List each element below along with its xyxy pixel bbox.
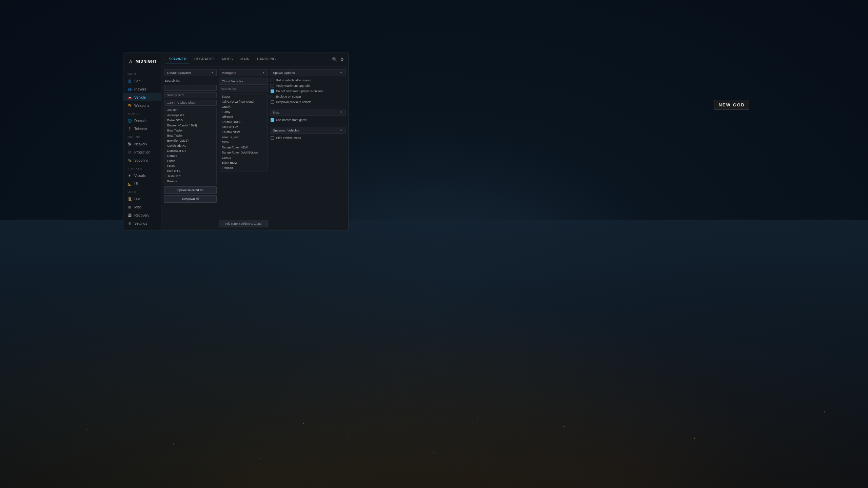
sidebar-item-weapons[interactable]: 🔫 Weapons [123, 101, 161, 109]
sidebar-item-settings[interactable]: ⚙ Settings [123, 219, 161, 227]
managers-header-arrow: ▼ [262, 71, 265, 74]
manager-vehicle-item[interactable]: Range Rover Debil Edition [219, 150, 268, 155]
manager-vehicle-item[interactable]: emerus_test [219, 135, 268, 140]
checkbox-no_despawn[interactable] [271, 89, 274, 93]
options-column: Spawn Options ▼ Get in vehicle after spa… [270, 69, 346, 227]
checkbox-apply_max_upgrade[interactable] [271, 84, 274, 87]
vehicle-icon: 🚗 [127, 95, 132, 99]
app-logo: △ MIDNIGHT [123, 56, 161, 70]
manager-vehicle-item[interactable]: Funny [219, 109, 268, 114]
spawner-vehicle-item[interactable]: Euros [164, 158, 216, 163]
spoofing-icon: 🎭 [127, 158, 132, 162]
sort-by-dlc-button[interactable]: Sort by DLC [164, 92, 217, 98]
players-icon: 👥 [127, 87, 132, 91]
sidebar-item-misc[interactable]: ⊞ Misc [123, 203, 161, 211]
spawner-vehicle-item[interactable]: Dominator GT [164, 148, 216, 153]
checkbox-explode_on_spawn[interactable] [271, 95, 274, 98]
despawn-all-button[interactable]: Despawn all [164, 195, 217, 203]
misc-header[interactable]: Misc ▼ [270, 109, 346, 116]
spawned-header[interactable]: Spawned Vehicles ▼ [270, 127, 346, 134]
manager-vehicle-item[interactable]: LAMBA NEW [219, 129, 268, 135]
spawner-vehicle-item[interactable]: Boat Trailer [164, 128, 216, 133]
section-label-misc: Misc [123, 188, 161, 195]
managers-vehicle-list[interactable]: SupraItali GTO v2 (new cloud)GELiKFunnyO… [219, 94, 268, 171]
sidebar-item-domain[interactable]: 🌐 Domain [123, 117, 161, 125]
tab-handling[interactable]: HANDLING [254, 56, 279, 63]
options-col-header[interactable]: Spawn Options ▼ [270, 69, 346, 76]
new-god-badge: NEW GOD [714, 100, 749, 110]
sidebar-item-lua[interactable]: 📜 Lua [123, 195, 161, 203]
spawner-search-input[interactable] [164, 85, 217, 91]
sidebar-item-self[interactable]: 👤 Self [123, 77, 161, 85]
search-icon[interactable]: 🔍 [332, 57, 337, 62]
option-row-apply_max_upgrade: Apply maximum upgrade [270, 83, 346, 88]
spawner-vehicle-item[interactable]: Benson (Cluckin' Bell) [164, 123, 216, 128]
section-label-world: World [123, 109, 161, 117]
option-row-no_despawn: Do not despawn if player is on seat [270, 88, 346, 94]
spawn-selected-button[interactable]: Spawn selected list [164, 186, 217, 194]
sidebar-item-visuals[interactable]: 👁 Visuals [123, 171, 161, 180]
spawned-checkbox-hide_mods[interactable] [271, 136, 274, 140]
settings-icon: ⚙ [127, 221, 132, 225]
sidebar-item-vehicle[interactable]: 🚗 Vehicle [123, 93, 161, 101]
spawner-vehicle-item[interactable]: Cavalcade XL [164, 143, 216, 148]
manager-vehicle-item[interactable]: Itali GTO v2 [219, 124, 268, 129]
manager-vehicle-item[interactable]: OffRoad [219, 114, 268, 119]
tab-spawner[interactable]: SPAWNER [165, 56, 190, 63]
option-label-get_in_vehicle: Get in vehicle after spawn [276, 79, 311, 82]
spawner-vehicle-item[interactable]: Baller ST-D [164, 118, 216, 123]
sidebar-item-spoofing[interactable]: 🎭 Spoofing [123, 156, 161, 164]
manager-vehicle-item[interactable]: LAMBA URUS [219, 119, 268, 124]
spawner-vehicle-item[interactable]: Aleutian [164, 107, 216, 113]
sidebar-item-recovery[interactable]: 💾 Recovery [123, 211, 161, 219]
spawner-vehicle-list[interactable]: AleutianAsterope GZBaller ST-DBenson (Cl… [164, 107, 217, 185]
misc-label: Misc [273, 110, 280, 114]
protection-icon: 🛡 [127, 150, 132, 154]
misc-checkbox-use_names[interactable] [271, 118, 274, 122]
sidebar-item-protection[interactable]: 🛡 Protection [123, 148, 161, 156]
spawner-vehicle-item[interactable]: Futo GTX [164, 168, 216, 174]
sidebar-label-self: Self [134, 79, 140, 83]
manager-vehicle-item[interactable]: Itali GTO v2 (new cloud) [219, 99, 268, 104]
spawner-vehicle-item[interactable]: Jester RR [164, 174, 216, 179]
manager-vehicle-item[interactable]: New OffRoad Shit [219, 170, 268, 171]
sidebar-item-players[interactable]: 👥 Players [123, 85, 161, 93]
spawner-vehicle-item[interactable]: Drift Tampa [164, 184, 216, 185]
managers-search-input[interactable] [219, 86, 268, 92]
manager-vehicle-item[interactable]: Lamba [219, 155, 268, 160]
spawner-vehicle-item[interactable]: Boxville (LSDS) [164, 138, 216, 143]
tab-main[interactable]: MAIN [237, 56, 253, 63]
sidebar-item-network[interactable]: 📡 Network [123, 140, 161, 148]
ui-icon: 📐 [127, 182, 132, 186]
panel-body: Default Spawner ▼ Search bar Sort by DLC… [161, 66, 348, 230]
sidebar-label-lua: Lua [134, 197, 140, 201]
cloud-vehicles-header: Cloud Vehicles [219, 78, 268, 85]
network-icon: 📡 [127, 142, 132, 146]
sidebar-label-weapons: Weapons [134, 103, 149, 107]
spawner-col-header[interactable]: Default Spawner ▼ [164, 69, 217, 76]
manager-vehicle-item[interactable]: Supra [219, 94, 268, 99]
checkbox-despawn_previous[interactable] [271, 100, 274, 104]
tab-mods[interactable]: MODS [219, 56, 236, 63]
weapons-icon: 🔫 [127, 103, 132, 107]
sidebar-item-teleport[interactable]: 📍 Teleport [123, 125, 161, 133]
manager-vehicle-item[interactable]: Black BMW [219, 160, 268, 165]
managers-col-header[interactable]: Managers ▼ [219, 69, 268, 76]
manager-vehicle-item[interactable]: FM8888 [219, 165, 268, 170]
misc-icon: ⊞ [127, 205, 132, 209]
spawner-vehicle-item[interactable]: Dorado [164, 153, 216, 158]
spawner-vehicle-item[interactable]: Boat Trailer [164, 133, 216, 138]
manager-vehicle-item[interactable]: Range Rover NEW [219, 145, 268, 150]
tab-upgrades[interactable]: UPGRADES [191, 56, 218, 63]
spawner-vehicle-item[interactable]: Remus [164, 179, 216, 184]
spawned-section: Spawned Vehicles ▼ Hide vehicle mods [270, 127, 346, 141]
checkbox-get_in_vehicle[interactable] [271, 79, 274, 82]
manager-vehicle-item[interactable]: GELiK [219, 104, 268, 109]
add-cloud-button[interactable]: Add current vehicle to Cloud [219, 220, 268, 227]
spawner-vehicle-item[interactable]: FR36 [164, 163, 216, 168]
manager-vehicle-item[interactable]: BMW [219, 140, 268, 145]
gear-icon[interactable]: ⚙ [340, 57, 344, 62]
header: SPAWNER UPGRADES MODS MAIN HANDLING 🔍 ⚙ [161, 53, 348, 66]
sidebar-item-ui[interactable]: 📐 UI [123, 180, 161, 188]
spawner-vehicle-item[interactable]: Asterope GZ [164, 113, 216, 118]
